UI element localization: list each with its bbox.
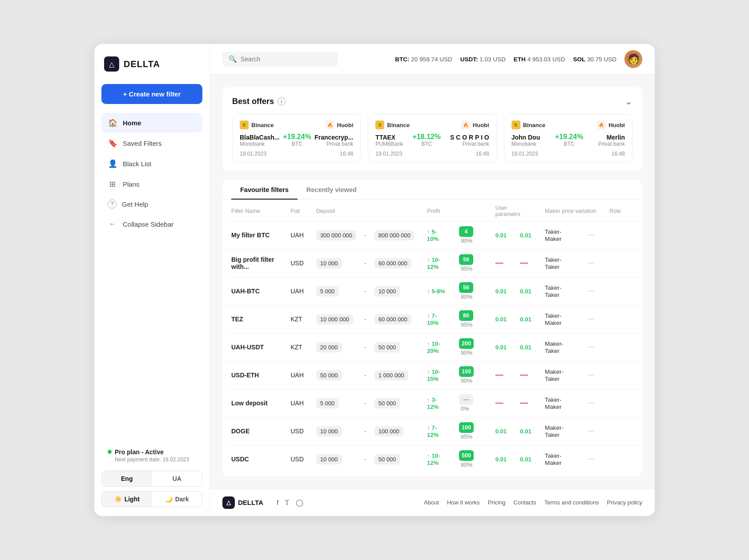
footer-about[interactable]: About xyxy=(424,499,439,506)
search-box[interactable]: 🔍 xyxy=(222,52,338,67)
footer-links: About How it works Pricing Contacts Term… xyxy=(424,499,642,506)
exchange-right-2: 🔥 Huobi xyxy=(597,120,625,129)
tab-recently-viewed[interactable]: Recently viewed xyxy=(298,180,366,200)
footer-terms[interactable]: Terms and conditions xyxy=(544,499,599,506)
info-icon[interactable]: i xyxy=(278,97,286,105)
col-profit: Profit xyxy=(421,200,489,221)
row-options-button[interactable]: ··· xyxy=(585,369,597,380)
table-row: USD-ETH UAH 50 000 - 1 000 000 ↑ 10-15% … xyxy=(225,361,640,389)
sol-price: SOL 30.75 USD xyxy=(573,56,616,63)
row-options-button[interactable]: ··· xyxy=(585,453,597,464)
sidebar-item-collapse-label: Collapse Sidebar xyxy=(123,220,173,228)
offer-bank-left-0: Monobank xyxy=(240,141,279,147)
offer-card-0[interactable]: B Binance 🔥 Huobi BlaBlaCash... M xyxy=(232,114,361,163)
binance-logo-2: B xyxy=(511,120,520,129)
footer-logo: △ DELLTA xyxy=(222,496,263,509)
row-options-button[interactable]: ··· xyxy=(585,341,597,352)
search-input[interactable] xyxy=(241,56,321,63)
huobi-logo-0: 🔥 xyxy=(326,120,334,129)
row-options-button[interactable]: ··· xyxy=(585,313,597,324)
best-offers-header: Best offers i ⌄ xyxy=(232,96,632,107)
footer-how-it-works[interactable]: How it works xyxy=(447,499,480,506)
moon-icon: 🌙 xyxy=(165,496,173,503)
table-row: My filter BTC UAH 300 000 000 - 800 000 … xyxy=(225,221,640,249)
crypto-prices: BTC: 20 959.74 USD USDT: 1.03 USD ETH 4 … xyxy=(395,50,642,68)
sidebar-bottom: Pro plan - Active Next payment date: 19.… xyxy=(101,444,202,507)
offer-card-2[interactable]: B Binance 🔥 Huobi John Dou Monoba xyxy=(504,114,632,163)
theme-dark-button[interactable]: 🌙 Dark xyxy=(152,492,202,507)
main-content: 🔍 BTC: 20 959.74 USD USDT: 1.03 USD ETH … xyxy=(210,44,655,516)
lang-ua-button[interactable]: UA xyxy=(152,471,202,486)
table-row: UAH-USDT KZT 20 000 - 50 000 ↑ 10-20% 20… xyxy=(225,333,640,361)
sidebar-item-black-list[interactable]: 👤 Black List xyxy=(101,154,202,173)
sidebar-item-saved-filters[interactable]: 🔖 Saved Filters xyxy=(101,133,202,153)
huobi-logo-1: 🔥 xyxy=(461,120,470,129)
help-icon: ? xyxy=(108,200,117,208)
best-offers-section: Best offers i ⌄ B Binance 🔥 xyxy=(222,87,642,171)
bookmark-icon: 🔖 xyxy=(108,138,117,148)
theme-toggle: ☀️ Light 🌙 Dark xyxy=(101,491,202,507)
instagram-link[interactable]: ◯ xyxy=(296,499,303,507)
pro-plan-title: Pro plan - Active xyxy=(108,448,196,456)
table-row: USDC USD 10 000 - 50 000 ↑ 10-12% 500 80… xyxy=(225,445,640,473)
row-options-button[interactable]: ··· xyxy=(585,425,597,436)
facebook-link[interactable]: f xyxy=(277,499,278,507)
offer-user-left-1: TTAEX xyxy=(375,134,403,141)
sidebar-item-collapse[interactable]: ← Collapse Sidebar xyxy=(101,214,202,234)
topbar: 🔍 BTC: 20 959.74 USD USDT: 1.03 USD ETH … xyxy=(210,44,655,75)
arrow-left-icon: ← xyxy=(108,219,117,229)
sidebar: △ DELLTA + Create new filter 🏠 Home 🔖 Sa… xyxy=(94,44,210,516)
footer-privacy[interactable]: Privacy policy xyxy=(607,499,642,506)
sidebar-item-get-help[interactable]: ? Get Help xyxy=(101,195,202,213)
footer: △ DELLTA f 𝕋 ◯ About How it works Pricin… xyxy=(210,489,655,516)
eth-price: ETH 4 953.03 USD xyxy=(514,56,565,63)
row-options-button[interactable]: ··· xyxy=(585,285,597,296)
pro-plan-info: Pro plan - Active Next payment date: 19.… xyxy=(101,444,202,471)
grid-icon: ⊞ xyxy=(108,179,117,189)
theme-light-button[interactable]: ☀️ Light xyxy=(102,492,152,507)
sidebar-item-get-help-label: Get Help xyxy=(122,200,148,208)
row-options-button[interactable]: ··· xyxy=(585,229,597,240)
page-body: Best offers i ⌄ B Binance 🔥 xyxy=(210,75,655,489)
sidebar-item-saved-filters-label: Saved Filters xyxy=(123,140,162,147)
footer-contacts[interactable]: Contacts xyxy=(513,499,536,506)
filters-table-wrap: Filter Name Fiat Deposit Profit User par… xyxy=(222,200,642,473)
person-icon: 👤 xyxy=(108,159,117,168)
collapse-offers-button[interactable]: ⌄ xyxy=(625,96,632,107)
language-toggle: Eng UA xyxy=(101,471,202,487)
table-row: Low deposit UAH 5 000 - 50 000 ↑ 3-12% —… xyxy=(225,389,640,417)
sidebar-item-plans[interactable]: ⊞ Plans xyxy=(101,174,202,194)
lang-eng-button[interactable]: Eng xyxy=(102,471,152,486)
col-user-params: User parametrs xyxy=(489,200,539,221)
table-row: DOGE USD 10 000 - 100 000 ↑ 7-12% 100 85… xyxy=(225,417,640,445)
logo-icon: △ xyxy=(104,56,119,72)
offer-card-1[interactable]: B Binance 🔥 Huobi TTAEX PUMBBank xyxy=(368,114,496,163)
filters-table: Filter Name Fiat Deposit Profit User par… xyxy=(225,200,640,473)
filters-section: Favourite filters Recently viewed Filter… xyxy=(222,180,642,476)
footer-social: f 𝕋 ◯ xyxy=(277,499,303,507)
footer-logo-icon: △ xyxy=(222,496,235,509)
offer-user-right-0: Francecryp... xyxy=(314,134,353,141)
binance-logo-0: B xyxy=(240,120,249,129)
twitter-link[interactable]: 𝕋 xyxy=(285,499,290,507)
offer-bank-right-0: Privat bank xyxy=(314,141,353,147)
row-options-button[interactable]: ··· xyxy=(585,257,597,268)
tab-favourite-filters[interactable]: Favourite filters xyxy=(231,180,298,200)
huobi-logo-2: 🔥 xyxy=(597,120,606,129)
col-deposit: Deposit xyxy=(310,200,421,221)
pro-plan-next-payment: Next payment date: 19.02.2023 xyxy=(108,456,196,463)
col-maker-price: Maker price variation xyxy=(539,200,603,221)
footer-pricing[interactable]: Pricing xyxy=(488,499,506,506)
table-row: TEZ KZT 10 000 000 - 60 000 000 ↑ 7-10% … xyxy=(225,305,640,333)
tab-bar: Favourite filters Recently viewed xyxy=(222,180,642,200)
sidebar-item-home[interactable]: 🏠 Home xyxy=(101,113,202,132)
active-dot xyxy=(108,450,112,454)
sidebar-item-home-label: Home xyxy=(123,119,141,127)
offer-date-0: 19.01.2023 xyxy=(240,151,266,157)
col-fiat: Fiat xyxy=(284,200,310,221)
row-options-button[interactable]: ··· xyxy=(585,397,597,408)
user-avatar[interactable]: 🧑 xyxy=(624,50,642,68)
offer-profit-0: +19.24% xyxy=(283,133,311,141)
create-filter-button[interactable]: + Create new filter xyxy=(101,84,202,104)
best-offers-title: Best offers i xyxy=(232,97,286,106)
